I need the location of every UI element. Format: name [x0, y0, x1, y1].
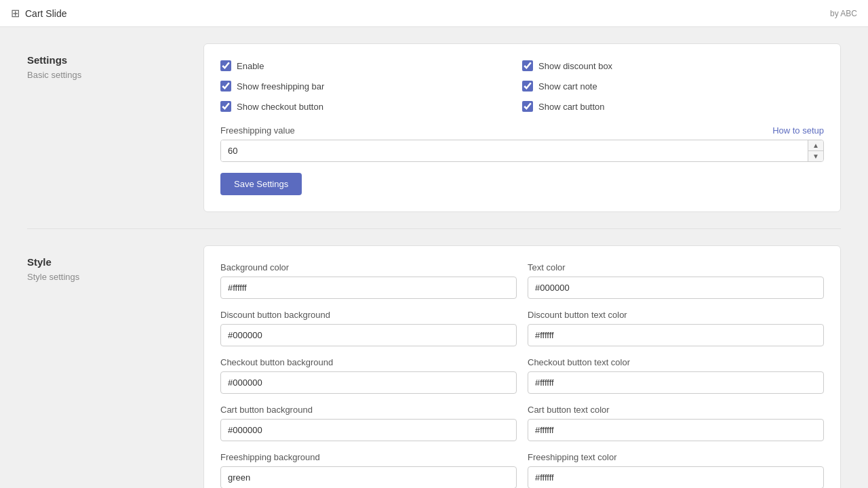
show-freeshipping-bar-label: Show freeshipping bar: [237, 81, 324, 92]
checkbox-discount-box: Show discount box: [522, 60, 824, 71]
text-color-label: Text color: [528, 262, 824, 272]
checkbox-enable: Enable: [220, 60, 522, 71]
settings-section-left: Settings Basic settings: [27, 43, 176, 212]
main-content: Settings Basic settings Enable Show disc…: [0, 27, 868, 488]
author-label: by ABC: [830, 9, 857, 18]
cart-btn-text-label: Cart button text color: [528, 405, 824, 415]
discount-btn-bg-input[interactable]: [220, 324, 517, 346]
settings-subtitle: Basic settings: [27, 70, 176, 80]
show-checkout-button-checkbox[interactable]: [220, 101, 231, 112]
style-subtitle: Style settings: [27, 272, 176, 282]
freeshipping-bg-field: Freeshipping background: [220, 452, 517, 488]
enable-label: Enable: [237, 61, 264, 71]
style-section: Style Style settings Background color Te…: [27, 245, 841, 488]
bg-color-input[interactable]: [220, 277, 517, 299]
bg-color-label: Background color: [220, 262, 517, 272]
spinner-down-button[interactable]: ▼: [808, 151, 823, 161]
how-to-setup-link[interactable]: How to setup: [772, 125, 824, 136]
freeshipping-text-label: Freeshipping text color: [528, 452, 824, 462]
freeshipping-bg-input[interactable]: [220, 466, 517, 488]
checkbox-cart-button: Show cart button: [522, 101, 824, 112]
checkbox-cart-note: Show cart note: [522, 81, 824, 92]
settings-title: Settings: [27, 54, 176, 66]
discount-btn-text-label: Discount button text color: [528, 310, 824, 320]
save-settings-button[interactable]: Save Settings: [220, 173, 302, 195]
show-cart-note-label: Show cart note: [538, 81, 597, 92]
checkout-btn-text-input[interactable]: [528, 371, 824, 394]
style-card: Background color Text color Discount but…: [203, 245, 841, 488]
cart-btn-bg-field: Cart button background: [220, 405, 517, 441]
app-title: Cart Slide: [25, 8, 66, 19]
show-discount-box-checkbox[interactable]: [522, 60, 533, 71]
style-title: Style: [27, 256, 176, 268]
freeshipping-value-header: Freeshipping value How to setup: [220, 125, 824, 136]
cart-btn-text-input[interactable]: [528, 419, 824, 441]
show-cart-button-label: Show cart button: [538, 102, 605, 112]
checkbox-checkout-button: Show checkout button: [220, 101, 522, 112]
discount-btn-bg-label: Discount button background: [220, 310, 517, 320]
checkout-btn-bg-input[interactable]: [220, 371, 517, 394]
freeshipping-text-field: Freeshipping text color: [528, 452, 824, 488]
show-checkout-button-label: Show checkout button: [237, 102, 323, 112]
freeshipping-text-input[interactable]: [528, 466, 824, 488]
app-icon: ⊞: [11, 7, 20, 20]
show-freeshipping-bar-checkbox[interactable]: [220, 81, 231, 92]
spinner-up-button[interactable]: ▲: [808, 140, 823, 151]
discount-btn-text-input[interactable]: [528, 324, 824, 346]
freeshipping-value-label: Freeshipping value: [220, 125, 295, 136]
discount-btn-bg-field: Discount button background: [220, 310, 517, 346]
freeshipping-value-field: Freeshipping value How to setup ▲ ▼: [220, 125, 824, 162]
header: ⊞ Cart Slide by ABC: [0, 0, 868, 27]
discount-btn-text-field: Discount button text color: [528, 310, 824, 346]
show-cart-note-checkbox[interactable]: [522, 81, 533, 92]
text-color-field: Text color: [528, 262, 824, 299]
settings-section: Settings Basic settings Enable Show disc…: [27, 43, 841, 212]
cart-btn-text-field: Cart button text color: [528, 405, 824, 441]
style-section-left: Style Style settings: [27, 245, 176, 488]
checkout-btn-text-label: Checkout button text color: [528, 357, 824, 367]
checkout-btn-bg-field: Checkout button background: [220, 357, 517, 394]
checkout-btn-text-field: Checkout button text color: [528, 357, 824, 394]
checkout-btn-bg-label: Checkout button background: [220, 357, 517, 367]
freeshipping-value-input[interactable]: [221, 140, 808, 161]
cart-btn-bg-label: Cart button background: [220, 405, 517, 415]
show-cart-button-checkbox[interactable]: [522, 101, 533, 112]
freeshipping-value-input-wrapper: ▲ ▼: [220, 140, 824, 162]
checkboxes-grid: Enable Show discount box Show freeshippi…: [220, 60, 824, 112]
section-divider: [27, 228, 841, 229]
freeshipping-bg-label: Freeshipping background: [220, 452, 517, 462]
checkbox-freeshipping-bar: Show freeshipping bar: [220, 81, 522, 92]
show-discount-box-label: Show discount box: [538, 61, 612, 71]
cart-btn-bg-input[interactable]: [220, 419, 517, 441]
text-color-input[interactable]: [528, 277, 824, 299]
spinner-buttons: ▲ ▼: [808, 140, 823, 161]
enable-checkbox[interactable]: [220, 60, 231, 71]
color-fields-grid: Background color Text color Discount but…: [220, 262, 824, 488]
settings-card: Enable Show discount box Show freeshippi…: [203, 43, 841, 212]
bg-color-field: Background color: [220, 262, 517, 299]
header-left: ⊞ Cart Slide: [11, 7, 66, 20]
